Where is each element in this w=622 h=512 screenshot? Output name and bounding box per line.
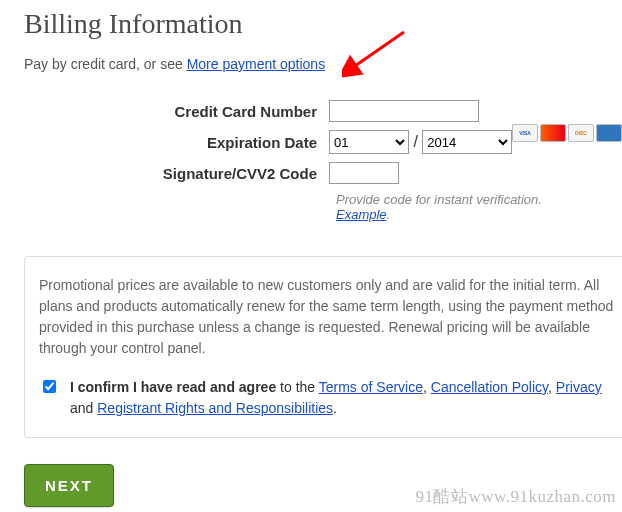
next-button[interactable]: NEXT — [24, 464, 114, 507]
promo-text: Promotional prices are available to new … — [39, 275, 622, 359]
agree-lead: I confirm I have read and agree — [70, 379, 276, 395]
cvv-input[interactable] — [329, 162, 399, 184]
cc-number-input[interactable] — [329, 100, 479, 122]
privacy-link[interactable]: Privacy — [556, 379, 602, 395]
registrant-link[interactable]: Registrant Rights and Responsibilities — [97, 400, 333, 416]
date-separator: / — [413, 133, 422, 150]
tos-link[interactable]: Terms of Service — [319, 379, 423, 395]
agree-text: I confirm I have read and agree to the T… — [70, 377, 602, 419]
expiration-label: Expiration Date — [24, 134, 329, 151]
promo-box: Promotional prices are available to new … — [24, 256, 622, 438]
cvv-label: Signature/CVV2 Code — [24, 165, 329, 182]
subtext-prefix: Pay by credit card, or see — [24, 56, 187, 72]
more-payment-options-link[interactable]: More payment options — [187, 56, 326, 72]
payment-subtext: Pay by credit card, or see More payment … — [24, 56, 598, 72]
cvv-hint: Provide code for instant verification. E… — [336, 192, 598, 222]
visa-icon: VISA — [512, 124, 538, 142]
agree-checkbox[interactable] — [43, 380, 56, 393]
cvv-example-link[interactable]: Example — [336, 207, 387, 222]
cc-number-label: Credit Card Number — [24, 103, 329, 120]
watermark: 91酷站www.91kuzhan.com — [415, 485, 616, 508]
hint-text: Provide code for instant verification. — [336, 192, 542, 207]
amex-icon — [596, 124, 622, 142]
page-title: Billing Information — [24, 8, 598, 40]
cancellation-link[interactable]: Cancellation Policy — [431, 379, 548, 395]
mastercard-icon — [540, 124, 566, 142]
discover-icon: DISC — [568, 124, 594, 142]
exp-year-select[interactable]: 2014 — [422, 130, 512, 154]
exp-month-select[interactable]: 01 — [329, 130, 409, 154]
card-icons: VISA DISC — [512, 124, 622, 142]
